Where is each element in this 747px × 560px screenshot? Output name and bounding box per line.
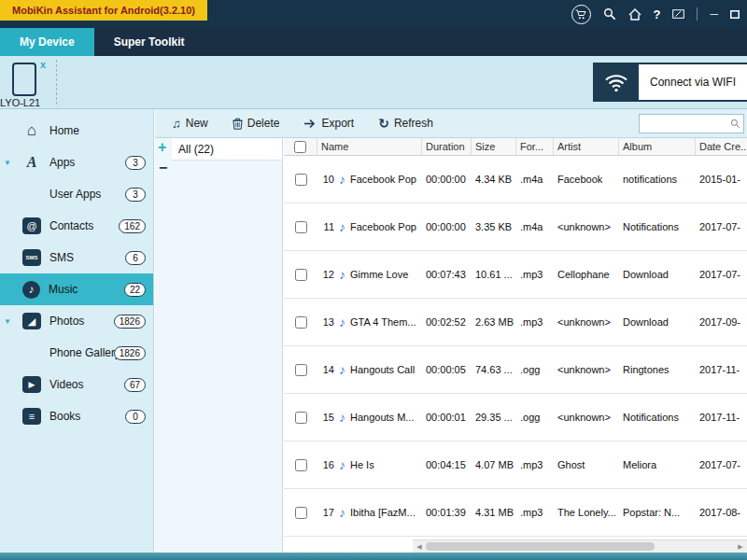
row-number: 17: [317, 507, 334, 518]
album-cell: Notifications: [619, 412, 696, 423]
sidebar-item-apps[interactable]: ▼ A Apps 3: [0, 147, 153, 178]
table-row[interactable]: 11 ♪ Facebook Pop 00:00:00 3.35 KB .m4a …: [284, 203, 747, 251]
new-button[interactable]: ♫ New: [172, 117, 208, 131]
cart-icon[interactable]: [571, 5, 591, 24]
refresh-button[interactable]: ↻ Refresh: [378, 116, 433, 131]
sidebar-item-books[interactable]: ▼ ≡ Books 0: [0, 400, 153, 432]
table-row[interactable]: 17 ♪ Ibitha [FazM... 00:01:39 4.31 MB .m…: [284, 489, 747, 537]
disconnect-icon[interactable]: x: [40, 59, 46, 70]
app-window: MobiKin Assistant for Android(3.2.10) ? …: [0, 0, 747, 560]
table-row[interactable]: 16 ♪ He Is 00:04:15 4.07 MB .mp3 Ghost M…: [284, 441, 747, 489]
sidebar-item-phone-gallery[interactable]: ▼ Phone Gallery 1826: [0, 337, 153, 369]
column-artist[interactable]: Artist: [554, 138, 619, 155]
new-button-label: New: [186, 117, 208, 130]
expand-arrow-icon[interactable]: ▼: [4, 159, 11, 167]
connect-wifi-button[interactable]: Connect via WIFI: [593, 63, 747, 102]
sidebar-item-sms[interactable]: ▼ SMS SMS 6: [0, 242, 153, 273]
scroll-left-icon[interactable]: ◀: [413, 540, 426, 553]
select-all-checkbox[interactable]: [294, 141, 306, 153]
sidebar-item-label: Home: [49, 124, 79, 137]
count-badge: 1826: [114, 315, 146, 329]
count-badge: 162: [119, 219, 146, 233]
maximize-icon[interactable]: [730, 10, 740, 19]
column-album[interactable]: Album: [619, 138, 696, 155]
minimize-icon[interactable]: ─: [710, 7, 718, 21]
table-row[interactable]: 14 ♪ Hangouts Call 00:00:05 74.63 ... .o…: [284, 346, 747, 394]
duration-cell: 00:04:15: [422, 459, 472, 470]
row-checkbox[interactable]: [295, 221, 307, 233]
sidebar-item-contacts[interactable]: ▼ @ Contacts 162: [0, 210, 153, 242]
date-created-cell: 2017-07-: [696, 221, 747, 232]
sidebar-item-home[interactable]: ▼ ⌂ Home: [0, 115, 153, 147]
artist-cell: <unknown>: [554, 364, 619, 375]
row-checkbox[interactable]: [295, 364, 307, 376]
add-playlist-button[interactable]: +: [158, 139, 166, 156]
delete-button[interactable]: Delete: [233, 117, 280, 130]
song-name: Ibitha [FazM...: [350, 507, 416, 518]
artist-cell: Facebook: [554, 174, 619, 185]
row-number: 10: [317, 174, 334, 185]
row-checkbox[interactable]: [295, 412, 307, 424]
header-checkbox-cell: [284, 138, 317, 155]
row-checkbox[interactable]: [295, 507, 307, 519]
size-cell: 4.07 MB: [472, 459, 516, 470]
help-icon[interactable]: ?: [654, 7, 661, 21]
artist-cell: <unknown>: [554, 221, 619, 232]
tab-my-device[interactable]: My Device: [0, 28, 94, 56]
horizontal-scrollbar[interactable]: ◀ ▶: [413, 539, 747, 553]
magnifier-icon[interactable]: [603, 7, 616, 21]
scrollbar-thumb[interactable]: [426, 542, 655, 551]
home-icon[interactable]: [628, 8, 641, 21]
table-rows: 10 ♪ Facebook Pop 00:00:00 4.34 KB .m4a …: [284, 156, 747, 539]
row-checkbox-cell: [284, 221, 317, 233]
sidebar-item-label: SMS: [49, 251, 74, 264]
row-checkbox[interactable]: [295, 174, 307, 186]
column-date-created[interactable]: Date Cre...: [696, 138, 747, 155]
table-row[interactable]: 15 ♪ Hangouts M... 00:00:01 29.35 ... .o…: [284, 394, 747, 441]
music-icon: ♪: [22, 281, 40, 299]
name-cell: 13 ♪ GTA 4 Them...: [317, 315, 422, 329]
tab-bar: My Device Super Toolkit: [0, 28, 747, 56]
song-name: Gimme Love: [350, 269, 408, 280]
name-cell: 11 ♪ Facebook Pop: [317, 219, 422, 234]
playlist-item-all[interactable]: All (22): [172, 138, 282, 161]
expand-arrow-icon[interactable]: ▼: [4, 317, 11, 326]
format-cell: .mp3: [516, 507, 554, 518]
table-row[interactable]: 10 ♪ Facebook Pop 00:00:00 4.34 KB .m4a …: [284, 156, 747, 203]
duration-cell: 00:00:05: [422, 364, 472, 375]
music-note-icon: ♪: [339, 315, 345, 329]
sidebar-item-photos[interactable]: ▼ ◢ Photos 1826: [0, 305, 153, 337]
export-arrow-icon: [303, 119, 317, 129]
search-input[interactable]: [640, 115, 726, 133]
sidebar-item-user-apps[interactable]: ▼ User Apps 3: [0, 178, 153, 210]
column-duration[interactable]: Duration: [422, 138, 472, 155]
row-checkbox[interactable]: [295, 459, 307, 471]
row-checkbox[interactable]: [295, 269, 307, 281]
duration-cell: 00:07:43: [422, 269, 472, 280]
delete-button-label: Delete: [247, 117, 280, 130]
feedback-icon[interactable]: [672, 8, 684, 20]
sidebar: ▼ ⌂ Home ▼ A Apps 3 ▼ User Apps 3 ▼ @ Co…: [0, 109, 154, 553]
music-note-icon: ♪: [339, 410, 345, 425]
phone-icon[interactable]: [12, 63, 36, 96]
remove-playlist-button[interactable]: −: [159, 160, 167, 176]
row-checkbox[interactable]: [295, 316, 307, 329]
format-cell: .mp3: [516, 316, 554, 328]
sidebar-item-videos[interactable]: ▼ ▶ Videos 67: [0, 369, 153, 400]
size-cell: 3.35 KB: [472, 221, 516, 232]
column-format[interactable]: For...: [516, 138, 554, 155]
export-button[interactable]: Export: [303, 117, 354, 130]
column-name[interactable]: Name: [317, 138, 422, 155]
row-checkbox-cell: [284, 269, 317, 281]
tab-super-toolkit[interactable]: Super Toolkit: [94, 28, 204, 56]
column-size[interactable]: Size: [472, 138, 516, 155]
search-icon[interactable]: [726, 119, 743, 129]
sidebar-item-label: Books: [49, 410, 80, 423]
scroll-right-icon[interactable]: ▶: [734, 540, 747, 553]
sidebar-item-music[interactable]: ▼ ♪ Music 22: [0, 273, 153, 305]
name-cell: 16 ♪ He Is: [317, 457, 422, 472]
table-row[interactable]: 13 ♪ GTA 4 Them... 00:02:52 2.63 MB .mp3…: [284, 299, 747, 346]
table-row[interactable]: 12 ♪ Gimme Love 00:07:43 10.61 ... .mp3 …: [284, 251, 747, 299]
music-table: Name Duration Size For... Artist Album D…: [284, 138, 747, 553]
album-cell: Meliora: [619, 459, 696, 470]
